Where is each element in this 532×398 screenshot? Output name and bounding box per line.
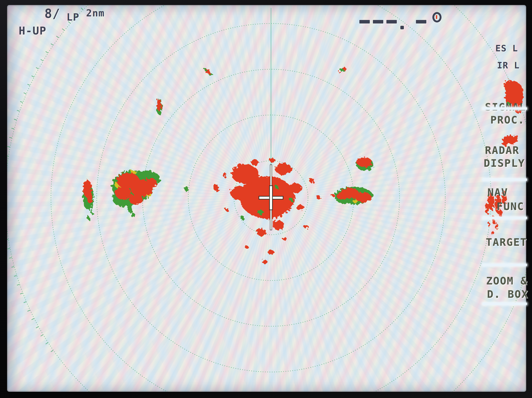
radar-return-blob [330, 194, 334, 196]
radar-return-blob [491, 231, 494, 235]
radar-return-blob [241, 215, 244, 219]
bearing-tick [12, 128, 14, 129]
bearing-tick [20, 293, 23, 294]
radar-return-blob [128, 205, 132, 213]
bearing-tick [32, 76, 34, 77]
bearing-tick [68, 21, 70, 23]
radar-return-blob [268, 250, 274, 254]
bearing-tick [56, 36, 58, 38]
radar-return-blob [502, 191, 507, 204]
radar-return-blob [499, 210, 502, 218]
radar-return-blob [87, 194, 93, 203]
radar-return-blob [485, 203, 489, 214]
radar-return-blob [343, 68, 347, 70]
bearing-tick [20, 101, 23, 102]
radar-return-blob [290, 183, 302, 193]
radar-return-blob [275, 163, 291, 175]
bearing-tick [36, 68, 38, 69]
bearing-tick [7, 146, 10, 147]
radar-return-blob [222, 173, 227, 177]
radar-return-blob [309, 178, 315, 183]
radar-return-blob [502, 141, 508, 145]
bearing-tick [9, 137, 12, 138]
radar-return-blob [230, 186, 249, 200]
radar-return-blob [262, 260, 267, 264]
radar-plot[interactable] [7, 5, 526, 392]
radar-return-blob [272, 221, 284, 230]
radar-return-blob [145, 178, 157, 188]
bearing-tick [41, 335, 43, 336]
radar-return-blob [504, 80, 515, 89]
radar-return-blob [225, 208, 229, 211]
radar-return-blob [115, 186, 131, 200]
radar-return-blob [507, 102, 510, 106]
bearing-tick [12, 267, 14, 267]
radar-return-blob [356, 193, 371, 202]
radar-return-blob [214, 184, 219, 191]
bearing-tick [36, 327, 38, 328]
radar-return-blob [257, 210, 263, 214]
radar-return-blob [504, 208, 507, 210]
radar-return-blob [245, 246, 248, 248]
radar-return-blob [357, 157, 372, 167]
bearing-tick [7, 248, 10, 249]
cursor-crosshair[interactable] [270, 186, 272, 210]
radar-return-blob [316, 195, 321, 199]
radar-return-blob [87, 216, 89, 220]
radar-return-blob [204, 68, 207, 71]
bearing-tick [17, 110, 19, 111]
bearing-tick [27, 310, 30, 311]
radar-return-blob [495, 223, 498, 230]
bearing-tick [62, 29, 64, 30]
radar-return-blob [257, 229, 267, 236]
radar-return-blob [513, 135, 518, 139]
radar-return-blob [492, 216, 495, 224]
bearing-tick [7, 239, 8, 240]
bearing-tick [7, 156, 8, 156]
bearing-tick [24, 93, 26, 94]
bearing-tick [51, 44, 53, 45]
bearing-tick [24, 302, 26, 303]
radar-return-blob [184, 186, 188, 192]
radar-return-blob [132, 213, 135, 218]
radar-return-blob [336, 192, 346, 199]
radar-return-blob [304, 224, 308, 228]
bearing-tick [32, 319, 34, 320]
radar-return-blob [515, 106, 522, 114]
radar-return-blob [129, 194, 142, 205]
radar-screen[interactable] [7, 5, 526, 392]
bearing-tick [41, 59, 43, 61]
bearing-tick [17, 284, 19, 285]
bearing-tick [14, 276, 16, 276]
radar-returns [83, 68, 524, 264]
bearing-tick [27, 84, 30, 85]
bearing-tick [51, 350, 53, 352]
radar-return-blob [237, 163, 242, 167]
bearing-tick [45, 343, 48, 344]
bearing-tick [45, 51, 48, 53]
radar-return-blob [289, 198, 293, 201]
radar-return-blob [275, 185, 278, 189]
radar-return-blob [91, 210, 93, 215]
bearing-tick [9, 258, 12, 258]
radar-return-blob [232, 165, 259, 184]
radar-return-blob [251, 160, 259, 165]
radar-return-blob [488, 222, 490, 227]
radar-return-blob [270, 158, 275, 162]
radar-return-blob [297, 205, 304, 210]
radar-return-blob [157, 99, 161, 111]
radar-return-blob [338, 71, 341, 73]
bearing-tick [81, 8, 83, 10]
radar-return-blob [209, 73, 213, 76]
bearing-tick [75, 15, 76, 16]
bearing-tick [14, 119, 16, 120]
radar-return-blob [282, 237, 287, 240]
